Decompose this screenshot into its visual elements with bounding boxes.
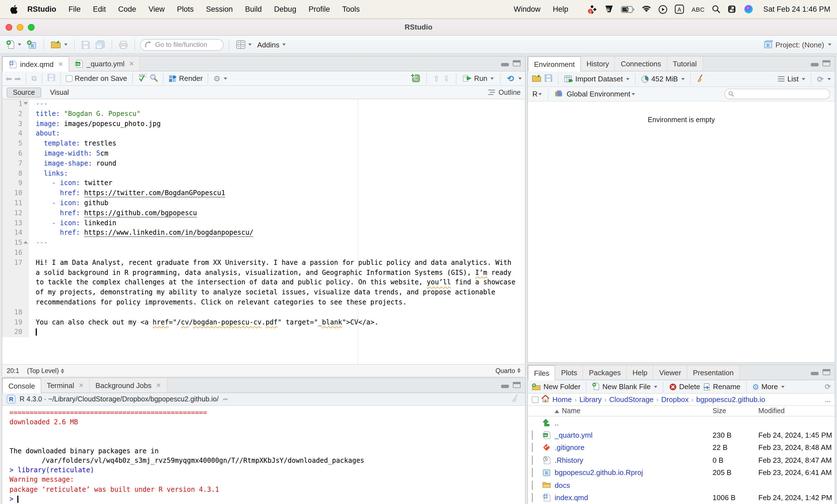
maximize-pane-icon[interactable] (513, 382, 521, 388)
tab-terminal[interactable]: Terminal✕ (41, 378, 90, 392)
language-selector[interactable]: R (532, 90, 542, 98)
zoom-window-button[interactable] (28, 24, 35, 31)
print-button[interactable] (117, 39, 129, 50)
tab-background-jobs[interactable]: Background Jobs✕ (90, 378, 167, 392)
file-checkbox[interactable] (532, 493, 533, 502)
file-name-link[interactable]: bgpopescu2.github.io.Rproj (555, 469, 713, 477)
column-modified[interactable]: Modified (758, 407, 835, 415)
spellcheck-icon[interactable]: ABC (138, 73, 147, 83)
tab-packages[interactable]: Packages (583, 365, 627, 380)
tab-history[interactable]: History (581, 56, 615, 71)
memory-usage-button[interactable]: 452 MiB (641, 75, 685, 83)
run-next-icon[interactable]: ⇩ (443, 74, 449, 83)
render-icon[interactable]: Render (168, 74, 202, 82)
panes-layout-button[interactable] (234, 39, 253, 50)
file-name-link[interactable]: index.qmd (555, 493, 713, 502)
siri-icon[interactable] (744, 4, 753, 14)
goto-file-input[interactable] (155, 41, 216, 49)
spotlight-search-icon[interactable] (712, 5, 720, 13)
menu-item-rstudio[interactable]: RStudio (21, 5, 63, 13)
visual-mode-button[interactable]: Visual (44, 88, 74, 97)
file-name-link[interactable]: .. (555, 418, 713, 427)
show-directory-icon[interactable]: ➦ (222, 395, 228, 403)
file-type-selector[interactable]: Quarto (496, 367, 521, 374)
open-in-new-window-icon[interactable]: ⧉ (32, 74, 37, 83)
environment-search-input[interactable] (736, 90, 820, 98)
fold-up-icon[interactable] (23, 241, 28, 244)
list-view-button[interactable]: List (777, 75, 805, 83)
maximize-pane-icon[interactable] (513, 60, 521, 66)
insert-chunk-icon[interactable]: C (410, 73, 420, 84)
file-checkbox[interactable] (532, 468, 533, 478)
battery-charging-icon[interactable] (621, 6, 635, 13)
save-workspace-icon[interactable] (545, 74, 552, 83)
save-document-icon[interactable] (48, 74, 55, 83)
r-version-icon[interactable]: R (7, 395, 16, 404)
tab-console[interactable]: Console (2, 378, 41, 393)
load-workspace-icon[interactable] (532, 74, 542, 84)
file-name-link[interactable]: .Rhistory (555, 456, 713, 464)
file-name-link[interactable]: _quarto.yml (555, 431, 713, 439)
fold-down-icon[interactable] (23, 102, 28, 105)
tab-index-qmd[interactable]: index.qmd✕ (2, 56, 69, 71)
breadcrumb-dropbox[interactable]: Dropbox (661, 395, 689, 404)
wifi-icon[interactable] (642, 5, 652, 13)
breadcrumb-overflow[interactable]: ... (825, 395, 831, 404)
outline-button[interactable]: Outline (488, 88, 521, 96)
file-checkbox[interactable] (532, 430, 533, 440)
run-previous-icon[interactable]: ⇧ (433, 74, 440, 83)
input-source-abc-label[interactable]: ABC (692, 6, 705, 13)
maximize-pane-icon[interactable] (822, 369, 830, 375)
source-rerun-icon[interactable]: ⟲ (507, 73, 514, 83)
menu-item-file[interactable]: File (63, 5, 87, 13)
scope-selector[interactable]: (Top Level) (27, 367, 65, 374)
file-checkbox[interactable] (532, 455, 533, 465)
goto-file-box[interactable] (140, 39, 224, 51)
new-file-button[interactable] (4, 39, 23, 51)
column-size[interactable]: Size (713, 407, 758, 415)
open-file-button[interactable] (49, 39, 69, 50)
menu-item-profile[interactable]: Profile (302, 5, 336, 13)
file-checkbox[interactable] (532, 480, 533, 490)
menu-item-window[interactable]: Window (507, 5, 547, 13)
tab-files[interactable]: Files (528, 365, 555, 380)
menubar-clock[interactable]: Sat Feb 24 1:46 PM (761, 5, 830, 13)
minimize-pane-icon[interactable] (501, 382, 509, 388)
refresh-environment-icon[interactable]: ⟳ (817, 74, 824, 83)
environment-scope-selector[interactable]: Global Environment (567, 90, 635, 98)
editor-scrollbar[interactable] (521, 99, 525, 364)
save-all-button[interactable] (94, 39, 107, 50)
close-tab-icon[interactable]: ✕ (156, 381, 161, 389)
onepassword-icon[interactable]: 1 (588, 4, 597, 14)
minimize-pane-icon[interactable] (501, 60, 509, 66)
menu-item-debug[interactable]: Debug (268, 5, 302, 13)
control-center-icon[interactable] (728, 5, 736, 13)
tab-connections[interactable]: Connections (615, 56, 667, 71)
file-name-link[interactable]: docs (555, 481, 713, 489)
apple-icon[interactable] (10, 5, 18, 14)
code-editor[interactable]: 1---2title: "Bogdan G. Popescu"3image: i… (2, 99, 525, 364)
render-on-save-checkbox[interactable] (66, 75, 73, 82)
environment-search-box[interactable] (724, 89, 830, 99)
select-all-checkbox[interactable] (532, 396, 538, 403)
refresh-files-icon[interactable]: ⟳ (825, 382, 831, 391)
input-source-a-icon[interactable]: A (675, 4, 684, 14)
home-icon[interactable] (541, 395, 550, 404)
breadcrumb-cloudstorage[interactable]: CloudStorage (609, 395, 654, 404)
menu-item-view[interactable]: View (142, 5, 171, 13)
clear-console-icon[interactable] (512, 394, 521, 405)
play-circle-icon[interactable] (659, 5, 667, 14)
display-flag-icon[interactable] (605, 5, 614, 14)
close-window-button[interactable] (5, 24, 12, 31)
breadcrumb-home[interactable]: Home (552, 395, 572, 404)
menu-item-code[interactable]: Code (112, 5, 143, 13)
file-name-link[interactable]: .gitignore (555, 444, 713, 452)
tab--quarto-yml[interactable]: YML_quarto.yml✕ (69, 56, 140, 71)
save-button[interactable] (80, 39, 91, 50)
editor-settings-icon[interactable]: ⚙ (213, 74, 220, 83)
menu-item-session[interactable]: Session (200, 5, 239, 13)
tab-help[interactable]: Help (627, 365, 654, 380)
clear-objects-icon[interactable] (696, 74, 705, 84)
tab-environment[interactable]: Environment (528, 56, 581, 71)
close-tab-icon[interactable]: ✕ (58, 60, 63, 68)
